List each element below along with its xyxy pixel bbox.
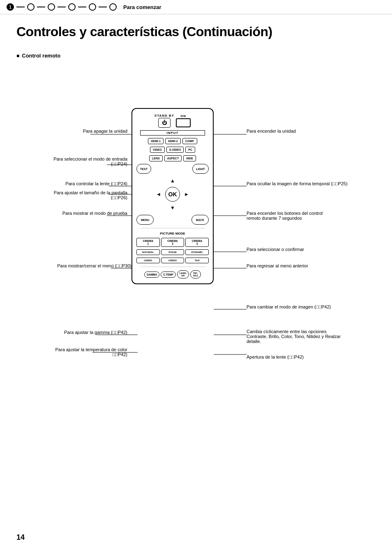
remote-control: STAND BY ⏻ ON INPUT HDMI 1 HDMI 2 COMP.: [131, 108, 214, 284]
rc-input-row1: HDMI 1 HDMI 2 COMP.: [136, 138, 209, 144]
ann-gamma: Para ajustar la gamma (□□P42): [21, 330, 127, 335]
dpad-right[interactable]: ►: [184, 191, 189, 197]
svideo-button[interactable]: S-VIDEO: [166, 147, 184, 153]
dynamic-button[interactable]: DYNAMIC: [185, 249, 209, 255]
cinema2-button[interactable]: CINEMA2: [161, 238, 184, 247]
dpad-left[interactable]: ◄: [156, 191, 161, 197]
ann-regresar: Para regresar al menú anterior: [247, 263, 392, 268]
ann-color: Para ajustar la temperatura de color□□P4…: [21, 347, 127, 357]
step-6: [109, 3, 117, 11]
hdmi1-button[interactable]: HDMI 1: [148, 138, 164, 144]
ann-seleccionar: Para seleccionar o confirmar: [247, 247, 392, 252]
page-title: Controles y características (Continuació…: [16, 24, 376, 39]
light-button[interactable]: LIGHT: [192, 164, 209, 174]
rc-menu-row: MENU BACK: [136, 215, 209, 225]
step-line-1: [16, 7, 25, 7]
rc-test-row: TEST LIGHT: [136, 164, 209, 174]
page-number: 14: [16, 533, 25, 542]
cinema1-button[interactable]: CINEMA1: [136, 238, 160, 247]
ann-apagar: Para apagar la unidad: [21, 129, 127, 133]
step-3: [48, 3, 55, 11]
aspect-button[interactable]: ASPECT: [164, 155, 182, 161]
user1-button[interactable]: USER1: [136, 258, 160, 263]
pic-adj-button[interactable]: PIC.ADJ.: [190, 270, 201, 278]
ann-pantalla: Para ajustar el tamaño de la pantalla(□□…: [21, 190, 127, 200]
ctemp-button[interactable]: C.TEMP: [161, 272, 176, 278]
standby-button[interactable]: ⏻: [158, 118, 171, 128]
ann-ocultar: Para ocultar la imagen de forma temporal…: [247, 181, 392, 186]
rc-user-row: USER1 USER2 THX: [136, 258, 209, 263]
gamma-button[interactable]: GAMMA: [144, 272, 159, 278]
menu-button[interactable]: MENU: [136, 215, 154, 225]
ann-imagen: Para cambiar el modo de imagen (□□P42): [247, 304, 392, 309]
ann-ciclica: Cambia cíclicamente entre las opcionesCo…: [247, 329, 392, 344]
rc-mode-row: NATURAL STAGE DYNAMIC: [136, 249, 209, 255]
hide-button[interactable]: HIDE: [183, 155, 196, 161]
step-4: [68, 3, 76, 11]
diagram-area: Para apagar la unidad Para seleccionar e…: [16, 67, 376, 416]
user2-button[interactable]: USER2: [161, 258, 184, 263]
lens-ap-button[interactable]: LENS.AP.: [177, 270, 189, 278]
step-1: 1: [7, 3, 14, 11]
step-line-4: [78, 7, 86, 7]
rc-divider: [140, 228, 205, 228]
stage-button[interactable]: STAGE: [161, 249, 184, 255]
section-label: Para comenzar: [123, 4, 161, 10]
step-line-5: [99, 7, 107, 7]
ann-encender: Para encender la unidad: [247, 129, 392, 133]
on-label: ON: [180, 114, 186, 118]
dpad-down[interactable]: ▼: [170, 205, 175, 211]
video-button[interactable]: VIDEO: [150, 147, 165, 153]
cinema3-button[interactable]: CINEMA3: [185, 238, 209, 247]
dpad: ▲ ▼ ◄ ► OK: [156, 178, 189, 211]
ann-apertura: Apertura de la lente (□□P42): [247, 354, 392, 359]
pc-button[interactable]: PC: [185, 147, 195, 153]
rc-input-row2: VIDEO S-VIDEO PC: [136, 147, 209, 153]
ann-prueba: Para mostrar el modo de prueba: [21, 211, 127, 216]
step-5: [89, 3, 96, 11]
rc-cinema-row: CINEMA1 CINEMA2 CINEMA3: [136, 238, 209, 247]
section-title: Control remoto: [16, 53, 376, 59]
ann-entrada: Para seleccionar el modo de entrada(□□P2…: [21, 156, 127, 166]
page-content: Controles y características (Continuació…: [0, 14, 392, 433]
comp-button[interactable]: COMP.: [182, 138, 197, 144]
rc-divider2: [140, 267, 205, 267]
lens-button[interactable]: LENS: [149, 155, 163, 161]
input-label: INPUT: [140, 130, 205, 136]
rc-bottom-row: GAMMA C.TEMP LENS.AP. PIC.ADJ.: [136, 270, 209, 278]
natural-button[interactable]: NATURAL: [136, 249, 160, 255]
rc-power-row: STAND BY ⏻ ON: [136, 114, 209, 128]
dpad-up[interactable]: ▲: [170, 178, 175, 184]
back-button[interactable]: BACK: [191, 215, 209, 225]
picture-mode-label: PICTURE MODE: [160, 232, 185, 235]
ok-button[interactable]: OK: [165, 187, 180, 202]
thx-button[interactable]: THX: [185, 258, 209, 263]
on-button[interactable]: [176, 118, 191, 127]
step-indicators: 1: [7, 3, 117, 11]
step-2: [27, 3, 35, 11]
ann-menu: Para mostrar/cerrar el menú (□□P30): [21, 263, 131, 268]
rc-lens-row: LENS ASPECT HIDE: [136, 155, 209, 161]
ann-botones: Para encender los botones del controlrem…: [247, 211, 392, 221]
standby-label: STAND BY: [154, 114, 174, 117]
step-line-2: [37, 7, 45, 7]
ann-lente: Para controlar la lente (□□P24): [21, 181, 127, 186]
hdmi2-button[interactable]: HDMI 2: [165, 138, 181, 144]
top-bar: 1 Para comenzar: [0, 0, 392, 14]
step-line-3: [58, 7, 66, 7]
test-button[interactable]: TEST: [136, 164, 151, 174]
